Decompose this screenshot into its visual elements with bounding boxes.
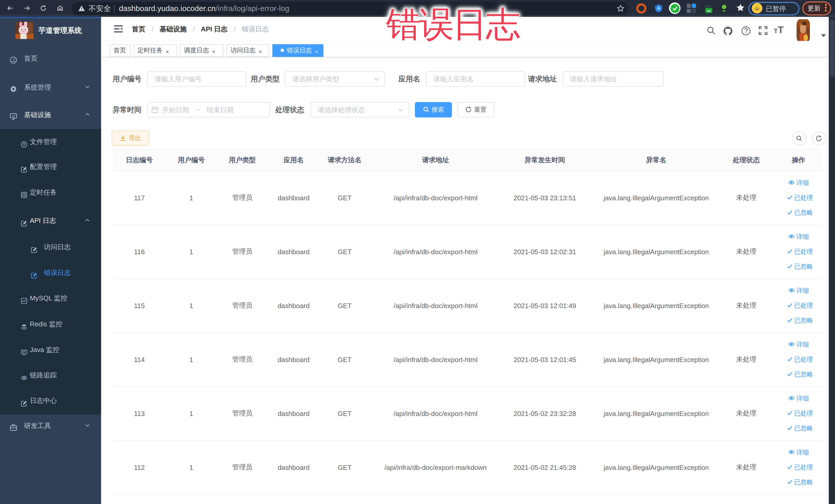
svg-text:on: on	[707, 9, 711, 13]
